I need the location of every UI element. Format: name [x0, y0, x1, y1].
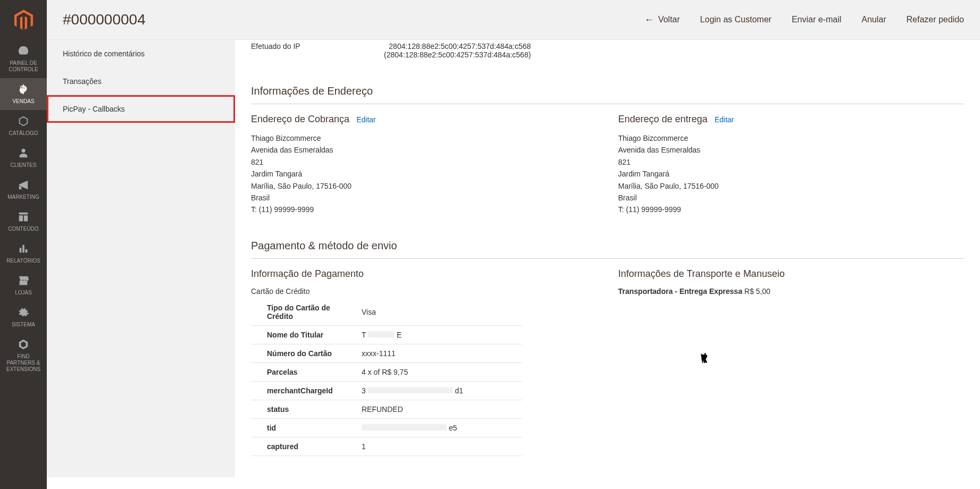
captured-label: captured: [251, 437, 357, 456]
shipping-info-title: Informações de Transporte e Manuseio: [618, 268, 965, 280]
nav-label: Sistema: [3, 322, 44, 328]
addr-number: 821: [251, 156, 597, 168]
nav-label: Vendas: [3, 98, 44, 105]
nav-label: Conteúdo: [3, 226, 44, 232]
nav-marketing[interactable]: Marketing: [0, 174, 47, 206]
captured-value: 1: [357, 437, 522, 456]
addr-city-state-zip: Marília, São Paulo, 17516-000: [618, 180, 965, 192]
payment-section-title: Pagamento & método de envio: [251, 240, 964, 259]
tid-suffix: e5: [449, 424, 457, 432]
arrow-left-icon: [644, 14, 654, 26]
shipping-address-block: Endereço de entrega Editar Thiago Bizcom…: [618, 114, 965, 216]
nav-content[interactable]: Conteúdo: [0, 206, 47, 238]
nav-catalog[interactable]: Catálogo: [0, 110, 47, 142]
shipping-carrier: Transportadora - Entrega Expressa: [618, 287, 742, 296]
card-number-label: Número do Cartão: [251, 344, 357, 362]
holder-prefix: T: [362, 331, 366, 339]
shipping-method-line: Transportadora - Entrega Expressa R$ 5,0…: [618, 287, 965, 296]
edit-billing-link[interactable]: Editar: [356, 115, 376, 124]
merchant-suffix: d1: [455, 386, 464, 395]
holder-value: T E: [357, 325, 522, 344]
redacted-block: [368, 331, 395, 338]
ip-value: 2804:128:88e2:5c00:4257:537d:484a:c568 (…: [384, 42, 531, 59]
shipping-price: R$ 5,00: [744, 287, 770, 296]
merchant-value: 3 d1: [357, 381, 522, 400]
shipping-title: Endereço de entrega Editar: [618, 114, 965, 125]
page-title: #000000004: [63, 11, 644, 28]
row-status: status REFUNDED: [251, 400, 522, 418]
holder-suffix: E: [397, 331, 401, 339]
row-tid: tid e5: [251, 418, 522, 437]
merchant-prefix: 3: [362, 386, 366, 395]
nav-sales[interactable]: $ Vendas: [0, 78, 47, 110]
svg-text:$: $: [20, 83, 26, 95]
merchant-label: merchantChargeId: [251, 381, 357, 400]
nav-dashboard[interactable]: Painel de Controle: [0, 40, 47, 78]
redacted-block: [362, 424, 447, 431]
login-as-customer-button[interactable]: Login as Customer: [700, 15, 772, 24]
reorder-button[interactable]: Refazer pedido: [906, 15, 964, 24]
addr-phone: T: (11) 99999-9999: [618, 204, 965, 215]
addr-city-state-zip: Marília, São Paulo, 17516-000: [251, 180, 597, 192]
installments-value: 4 x of R$ 9,75: [357, 362, 522, 381]
nav-label: Clientes: [3, 162, 44, 168]
page-header: #000000004 Voltar Login as Customer Envi…: [47, 0, 980, 40]
row-installments: Parcelas 4 x of R$ 9,75: [251, 362, 522, 381]
shipping-title-text: Endereço de entrega: [618, 114, 708, 124]
addr-country: Brasil: [251, 192, 597, 204]
card-type-value: Visa: [357, 299, 522, 326]
card-number-value: xxxx-1111: [357, 344, 522, 362]
payment-info-title: Informação de Pagamento: [251, 268, 597, 280]
status-label: status: [251, 400, 357, 418]
nav-partners[interactable]: Find Partners & Extensions: [0, 333, 47, 378]
addr-name: Thiago Bizcommerce: [251, 132, 597, 144]
payment-info-block: Informação de Pagamento Cartão de Crédit…: [251, 268, 597, 456]
billing-title: Endereço de Cobrança Editar: [251, 114, 597, 125]
payment-details-table: Tipo do Cartão de Crédito Visa Nome do T…: [251, 299, 522, 456]
row-holder-name: Nome do Titular T E: [251, 325, 522, 344]
admin-sidebar: Painel de Controle $ Vendas Catálogo Cli…: [0, 0, 47, 477]
tid-value: e5: [357, 418, 522, 437]
ip-label: Efetuado do IP: [251, 42, 384, 59]
row-captured: captured 1: [251, 437, 522, 456]
void-button[interactable]: Anular: [861, 15, 886, 24]
nav-customers[interactable]: Clientes: [0, 142, 47, 174]
tab-picpay-callbacks[interactable]: PicPay - Callbacks: [47, 95, 235, 123]
address-section-title: Informações de Endereço: [251, 85, 964, 104]
nav-stores[interactable]: Lojas: [0, 269, 47, 301]
addr-street: Avenida das Esmeraldas: [251, 144, 597, 156]
nav-reports[interactable]: Relatórios: [0, 238, 47, 269]
nav-label: Painel de Controle: [3, 60, 44, 73]
billing-title-text: Endereço de Cobrança: [251, 114, 349, 124]
redacted-block: [368, 387, 453, 393]
addr-street: Avenida das Esmeraldas: [618, 144, 965, 156]
payment-method-label: Cartão de Crédito: [251, 287, 597, 296]
installments-label: Parcelas: [251, 362, 357, 381]
order-tabs: Histórico de comentários Transações PicP…: [47, 40, 235, 477]
row-card-number: Número do Cartão xxxx-1111: [251, 344, 522, 362]
billing-address-block: Endereço de Cobrança Editar Thiago Bizco…: [251, 114, 597, 216]
send-email-button[interactable]: Enviar e-mail: [792, 15, 841, 24]
addr-district: Jardim Tangará: [251, 168, 597, 180]
edit-shipping-link[interactable]: Editar: [715, 115, 734, 124]
back-button[interactable]: Voltar: [644, 14, 680, 26]
addr-number: 821: [618, 156, 965, 168]
nav-label: Find Partners & Extensions: [3, 353, 44, 373]
back-label: Voltar: [658, 15, 680, 24]
nav-label: Lojas: [3, 290, 44, 296]
addr-phone: T: (11) 99999-9999: [251, 204, 597, 215]
nav-label: Catálogo: [3, 130, 44, 137]
magento-logo[interactable]: [0, 0, 47, 40]
tab-transactions[interactable]: Transações: [47, 68, 235, 95]
row-card-type: Tipo do Cartão de Crédito Visa: [251, 299, 522, 326]
nav-system[interactable]: Sistema: [0, 301, 47, 333]
tid-label: tid: [251, 418, 357, 437]
card-type-label: Tipo do Cartão de Crédito: [251, 299, 357, 326]
tab-comments-history[interactable]: Histórico de comentários: [47, 40, 235, 68]
order-details: Efetuado do IP 2804:128:88e2:5c00:4257:5…: [235, 40, 980, 477]
row-merchant-charge-id: merchantChargeId 3 d1: [251, 381, 522, 400]
nav-label: Marketing: [3, 194, 44, 200]
addr-country: Brasil: [618, 192, 965, 204]
addr-name: Thiago Bizcommerce: [618, 132, 965, 144]
status-value: REFUNDED: [357, 400, 522, 418]
